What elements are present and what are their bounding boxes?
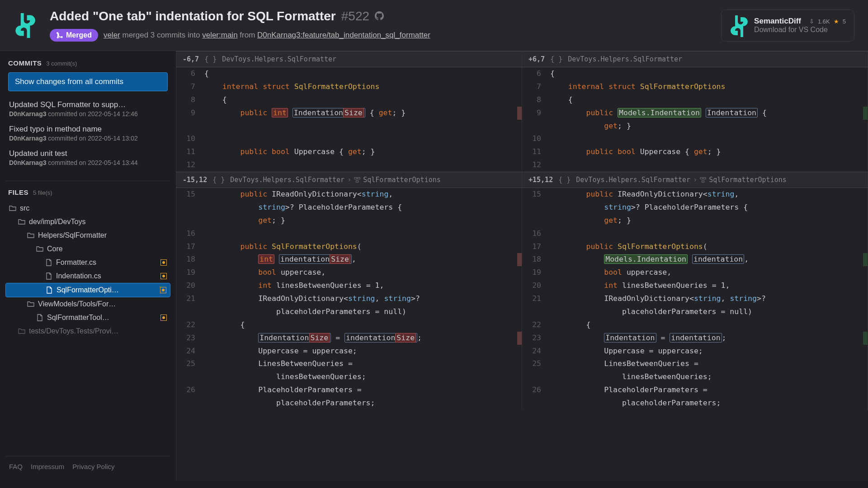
- commit-title: Updated unit test: [9, 149, 167, 158]
- struct-icon: [700, 177, 706, 183]
- braces-icon: { }: [204, 55, 217, 63]
- commit-item[interactable]: Fixed typo in method name D0nKarnag3 com…: [5, 121, 170, 145]
- download-icon: ⇩: [809, 18, 814, 25]
- commit-item[interactable]: Updated SQL Formatter to supp… D0nKarnag…: [5, 97, 170, 121]
- tree-label: Helpers/SqlFormatter: [38, 231, 167, 239]
- tree-label: tests/DevToys.Tests/Provi…: [29, 327, 167, 335]
- footer-impressum[interactable]: Impressum: [31, 463, 64, 470]
- svg-rect-2: [356, 181, 359, 183]
- svg-rect-0: [354, 178, 357, 179]
- footer-privacy[interactable]: Privacy Policy: [72, 463, 114, 470]
- github-icon[interactable]: [375, 11, 384, 22]
- folder-item[interactable]: Core: [5, 242, 170, 256]
- file-item[interactable]: SqlFormatterTool…: [5, 311, 170, 324]
- file-item[interactable]: Formatter.cs: [5, 256, 170, 269]
- app-logo[interactable]: [14, 13, 36, 38]
- tree-label: src: [20, 204, 167, 212]
- file-item[interactable]: Indentation.cs: [5, 269, 170, 283]
- svg-rect-1: [358, 178, 360, 179]
- folder-item[interactable]: src: [5, 202, 170, 215]
- modified-icon: [160, 259, 167, 266]
- author-link[interactable]: veler: [104, 31, 120, 39]
- commit-item[interactable]: Updated unit test D0nKarnag3 committed o…: [5, 145, 170, 170]
- braces-icon: { }: [212, 176, 225, 184]
- diff-body: 15 public IReadOnlyDictionary<string, st…: [176, 188, 868, 410]
- folder-item[interactable]: tests/DevToys.Tests/Provi…: [5, 324, 170, 338]
- modified-icon: [160, 273, 167, 279]
- promo-card[interactable]: SemanticDiff ⇩ 1.6K ★ 5 Download for VS …: [721, 9, 854, 42]
- tree-label: SqlFormatterTool…: [47, 314, 157, 322]
- tree-label: SqlFormatterOpti…: [57, 286, 156, 294]
- hunk-header: -15,12 { } DevToys.Helpers.SqlFormatter …: [176, 172, 868, 188]
- star-icon: ★: [834, 18, 839, 25]
- struct-icon: [354, 177, 360, 183]
- svg-rect-5: [702, 181, 704, 183]
- promo-subtitle: Download for VS Code: [754, 26, 846, 34]
- tree-label: Indentation.cs: [56, 272, 157, 280]
- braces-icon: { }: [550, 55, 562, 63]
- modified-icon: [160, 314, 167, 321]
- modified-icon: [160, 287, 166, 293]
- files-section-title: FILES: [8, 188, 28, 196]
- tree-label: dev/impl/DevToys: [29, 218, 167, 226]
- files-count: 5 file(s): [33, 189, 52, 196]
- folder-item[interactable]: Helpers/SqlFormatter: [5, 229, 170, 242]
- commit-meta: D0nKarnag3 committed on 2022-05-14 13:02: [9, 135, 167, 142]
- footer-faq[interactable]: FAQ: [9, 463, 23, 470]
- tree-label: Core: [47, 245, 167, 253]
- folder-item[interactable]: ViewModels/Tools/For…: [5, 297, 170, 311]
- commit-title: Updated SQL Formatter to supp…: [9, 100, 167, 109]
- head-branch-link[interactable]: D0nKarnag3:feature/tab_indentation_sql_f…: [257, 31, 430, 39]
- braces-icon: { }: [558, 176, 571, 184]
- diff-body: 6{ 7 internal struct SqlFormatterOptions…: [176, 67, 868, 172]
- promo-title: SemanticDiff: [754, 17, 801, 26]
- commits-section-title: COMMITS: [8, 59, 42, 67]
- commit-meta: D0nKarnag3 committed on 2022-05-14 12:46: [9, 110, 167, 117]
- merge-description: veler merged 3 commits into veler:main f…: [104, 31, 430, 40]
- folder-item[interactable]: dev/impl/DevToys: [5, 215, 170, 229]
- show-all-commits-button[interactable]: Show changes from all commits: [8, 72, 168, 91]
- base-branch-link[interactable]: veler:main: [202, 31, 237, 39]
- star-count: 5: [843, 18, 846, 25]
- pr-number: #522: [341, 9, 369, 23]
- svg-rect-4: [703, 178, 706, 179]
- download-count: 1.6K: [818, 18, 830, 25]
- svg-rect-3: [700, 178, 703, 179]
- tree-label: ViewModels/Tools/For…: [38, 300, 167, 308]
- commit-meta: D0nKarnag3 committed on 2022-05-14 13:44: [9, 159, 167, 166]
- merged-badge: Merged: [50, 29, 98, 42]
- commits-count: 3 commit(s): [46, 60, 77, 67]
- commit-title: Fixed typo in method name: [9, 125, 167, 134]
- hunk-header: -6,7 { } DevToys.Helpers.SqlFormatter +6…: [176, 51, 868, 67]
- tree-label: Formatter.cs: [56, 258, 157, 267]
- file-item[interactable]: SqlFormatterOpti…: [5, 283, 170, 297]
- pr-title: Added "One tab" indentation for SQL Form…: [50, 9, 336, 23]
